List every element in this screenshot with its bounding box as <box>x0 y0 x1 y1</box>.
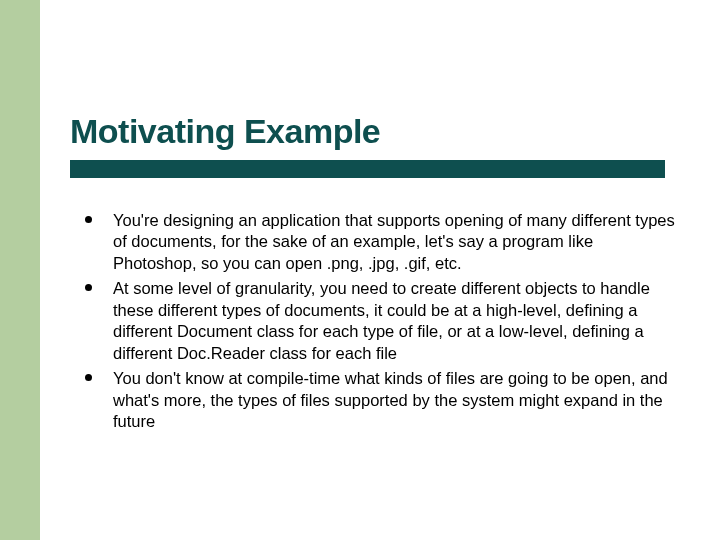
slide: Motivating Example You're designing an a… <box>0 0 720 540</box>
bullet-text: You don't know at compile-time what kind… <box>113 369 668 430</box>
list-item: At some level of granularity, you need t… <box>85 278 675 364</box>
list-item: You don't know at compile-time what kind… <box>85 368 675 432</box>
bullet-list: You're designing an application that sup… <box>85 210 675 436</box>
list-item: You're designing an application that sup… <box>85 210 675 274</box>
bullet-icon <box>85 216 92 223</box>
sidebar-accent <box>0 0 40 540</box>
title-underline <box>70 160 665 178</box>
slide-title: Motivating Example <box>70 112 380 151</box>
bullet-text: You're designing an application that sup… <box>113 211 675 272</box>
bullet-text: At some level of granularity, you need t… <box>113 279 650 361</box>
bullet-icon <box>85 374 92 381</box>
bullet-icon <box>85 284 92 291</box>
